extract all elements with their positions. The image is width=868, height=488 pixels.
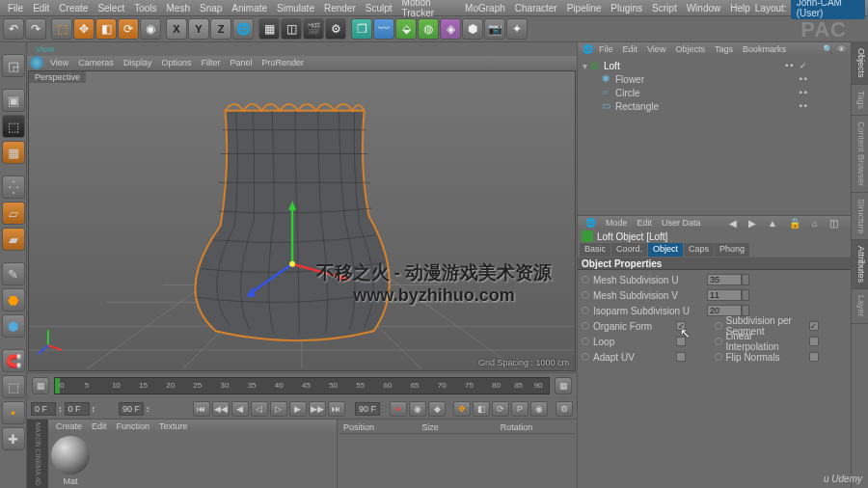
- spinner[interactable]: [742, 289, 749, 301]
- tree-row-circle[interactable]: ○ Circle ••: [581, 86, 848, 99]
- undo-button[interactable]: ↶: [3, 18, 24, 40]
- add-camera-button[interactable]: 📷: [484, 18, 505, 40]
- keyframe-dot[interactable]: [715, 338, 722, 345]
- timeline-ruler[interactable]: 0 5 10 15 20 25 30 35 40 45 50 55 60 65 …: [54, 377, 550, 394]
- key-rot-button[interactable]: ⟳: [492, 401, 509, 417]
- keyframe-dot[interactable]: [582, 291, 589, 299]
- mat-menu-function[interactable]: Function: [112, 421, 155, 431]
- attr-tab-coord[interactable]: Coord.: [611, 243, 647, 257]
- snap-3d-button[interactable]: ⬚: [2, 375, 25, 398]
- attr-nav-back-icon[interactable]: ◀: [724, 218, 742, 229]
- menu-motion-tracker[interactable]: Motion Tracker: [397, 0, 461, 18]
- attr-lock-icon[interactable]: 🔒: [784, 218, 805, 229]
- view-menu-cameras[interactable]: Cameras: [73, 58, 119, 68]
- mesh-v-input[interactable]: [707, 289, 742, 301]
- add-environment-button[interactable]: ⬢: [462, 18, 483, 40]
- om-search-icon[interactable]: 🔍: [821, 43, 834, 55]
- rotate-tool[interactable]: ⟳: [118, 18, 139, 40]
- attr-tab-object[interactable]: Object: [648, 243, 683, 257]
- keyframe-dot[interactable]: [582, 353, 589, 361]
- attr-menu-edit[interactable]: Edit: [633, 218, 658, 228]
- visibility-dots[interactable]: ••: [800, 74, 848, 84]
- last-tool[interactable]: ◉: [140, 18, 161, 40]
- y-axis-toggle[interactable]: Y: [188, 18, 209, 40]
- visibility-dots[interactable]: ••: [800, 101, 848, 111]
- live-select-tool[interactable]: ⬚: [51, 18, 72, 40]
- om-menu-view[interactable]: View: [642, 44, 670, 54]
- tree-row-loft[interactable]: ▾ ◍ Loft •• ✓: [581, 59, 848, 72]
- keyframe-dot[interactable]: [715, 322, 722, 330]
- menu-file[interactable]: File: [3, 3, 28, 14]
- snap-2d-button[interactable]: •: [2, 401, 25, 424]
- menu-select[interactable]: Select: [93, 3, 129, 14]
- render-region-button[interactable]: ◫: [281, 18, 302, 40]
- edges-mode-button[interactable]: ▱: [2, 202, 25, 225]
- visibility-dots[interactable]: ••: [800, 88, 848, 97]
- attr-menu-mode[interactable]: Mode: [601, 218, 633, 228]
- scale-tool[interactable]: ◧: [95, 18, 117, 40]
- attr-menu-userdata[interactable]: User Data: [657, 218, 706, 228]
- snap-grid-button[interactable]: ✚: [2, 427, 25, 450]
- menu-plugins[interactable]: Plugins: [606, 3, 647, 14]
- tree-row-flower[interactable]: ✱ Flower ••: [581, 72, 848, 86]
- menu-pipeline[interactable]: Pipeline: [562, 3, 607, 14]
- x-axis-toggle[interactable]: X: [166, 18, 187, 40]
- menu-mesh[interactable]: Mesh: [162, 3, 195, 14]
- adapt-checkbox[interactable]: [676, 352, 686, 362]
- attr-nav-up-icon[interactable]: ▲: [763, 218, 782, 229]
- view-menu-filter[interactable]: Filter: [196, 58, 225, 68]
- menu-help[interactable]: Help: [725, 3, 755, 14]
- view-menu-panel[interactable]: Panel: [225, 58, 257, 68]
- add-light-button[interactable]: ✦: [506, 18, 528, 40]
- attr-new-icon[interactable]: ◫: [825, 218, 843, 229]
- mat-menu-create[interactable]: Create: [51, 421, 87, 431]
- menu-render[interactable]: Render: [319, 3, 361, 14]
- play-backward-button[interactable]: ◁: [251, 401, 268, 417]
- side-tab-objects[interactable]: Objects: [852, 42, 868, 85]
- key-opts-button[interactable]: ⚙: [556, 401, 573, 417]
- keyframe-dot[interactable]: [582, 338, 589, 345]
- make-editable-button[interactable]: ◲: [2, 54, 25, 77]
- menu-window[interactable]: Window: [682, 3, 726, 14]
- menu-character[interactable]: Character: [510, 3, 562, 14]
- add-generator-button[interactable]: ⬙: [395, 18, 417, 40]
- visibility-dots[interactable]: •• ✓: [785, 61, 848, 70]
- organic-checkbox[interactable]: ✓: [676, 321, 686, 331]
- spinner[interactable]: [742, 274, 749, 285]
- tree-row-rectangle[interactable]: ▭ Rectangle ••: [581, 99, 848, 113]
- mesh-u-input[interactable]: [707, 274, 742, 285]
- render-pv-button[interactable]: 🎬: [303, 18, 324, 40]
- attr-func-icon[interactable]: ⌂: [807, 218, 823, 229]
- viewport-solo-button[interactable]: ⬣: [2, 288, 25, 312]
- tweak-button[interactable]: ✎: [2, 262, 25, 285]
- z-axis-toggle[interactable]: Z: [210, 18, 231, 40]
- timeline-sound-button[interactable]: ▦: [32, 377, 49, 394]
- menu-tools[interactable]: Tools: [129, 3, 161, 14]
- record-button[interactable]: ●: [390, 401, 407, 417]
- points-mode-button[interactable]: ⁛: [2, 176, 25, 199]
- polygons-mode-button[interactable]: ▰: [2, 228, 25, 251]
- key-scale-button[interactable]: ◧: [473, 401, 490, 417]
- layout-dropdown[interactable]: John-CAM (User): [791, 0, 865, 19]
- view-tab[interactable]: View: [30, 44, 60, 54]
- add-cube-button[interactable]: ❒: [351, 18, 372, 40]
- view-menu-view[interactable]: View: [45, 58, 73, 68]
- redo-button[interactable]: ↷: [25, 18, 46, 40]
- attr-tab-caps[interactable]: Caps: [684, 243, 714, 257]
- attr-nav-fwd-icon[interactable]: ▶: [744, 218, 761, 229]
- om-menu-objects[interactable]: Objects: [670, 44, 710, 54]
- autokey-button[interactable]: ◉: [409, 401, 426, 417]
- goto-prev-key-button[interactable]: ◀◀: [212, 401, 230, 417]
- next-frame-button[interactable]: ▶: [289, 401, 307, 417]
- menu-edit[interactable]: Edit: [28, 3, 54, 14]
- tree-expand-icon[interactable]: ▾: [581, 61, 588, 71]
- render-view-button[interactable]: ▦: [258, 18, 280, 40]
- keyframe-dot[interactable]: [582, 307, 589, 314]
- menu-snap[interactable]: Snap: [195, 3, 227, 14]
- workplane-button[interactable]: ▦: [2, 141, 25, 164]
- side-tab-tags[interactable]: Tags: [852, 85, 868, 116]
- view-menu-prorender[interactable]: ProRender: [257, 58, 309, 68]
- viewport-perspective[interactable]: Perspective Grid Spacing : 1000 cm: [28, 70, 576, 371]
- side-tab-structure[interactable]: Structure: [852, 193, 868, 241]
- loop-checkbox[interactable]: [676, 337, 686, 346]
